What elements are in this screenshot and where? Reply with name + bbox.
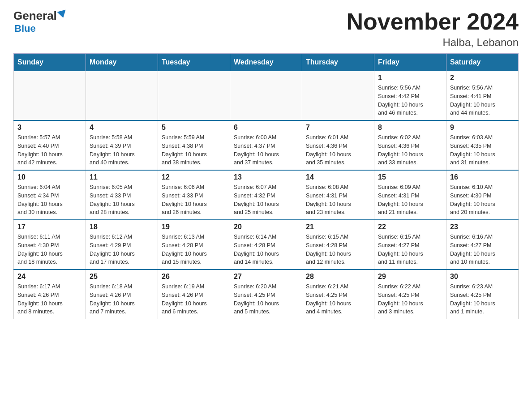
calendar-location: Halba, Lebanon: [347, 36, 519, 49]
table-row: 22Sunrise: 6:15 AM Sunset: 4:27 PM Dayli…: [374, 220, 446, 270]
table-row: 30Sunrise: 6:23 AM Sunset: 4:25 PM Dayli…: [446, 270, 519, 319]
day-number: 8: [378, 124, 442, 132]
logo-triangle-icon: [57, 9, 67, 19]
calendar-week-row: 17Sunrise: 6:11 AM Sunset: 4:30 PM Dayli…: [14, 220, 519, 270]
day-info: Sunrise: 6:02 AM Sunset: 4:36 PM Dayligh…: [378, 133, 442, 167]
table-row: 20Sunrise: 6:14 AM Sunset: 4:28 PM Dayli…: [230, 220, 302, 270]
day-info: Sunrise: 6:12 AM Sunset: 4:29 PM Dayligh…: [90, 233, 154, 266]
day-info: Sunrise: 6:05 AM Sunset: 4:33 PM Dayligh…: [90, 183, 154, 217]
day-number: 28: [306, 273, 370, 281]
day-info: Sunrise: 6:04 AM Sunset: 4:34 PM Dayligh…: [17, 183, 82, 217]
table-row: 14Sunrise: 6:08 AM Sunset: 4:31 PM Dayli…: [302, 170, 374, 220]
table-row: 18Sunrise: 6:12 AM Sunset: 4:29 PM Dayli…: [86, 220, 158, 270]
day-number: 15: [378, 173, 442, 181]
table-row: 24Sunrise: 6:17 AM Sunset: 4:26 PM Dayli…: [14, 270, 86, 319]
table-row: 6Sunrise: 6:00 AM Sunset: 4:37 PM Daylig…: [230, 120, 302, 170]
calendar-week-row: 3Sunrise: 5:57 AM Sunset: 4:40 PM Daylig…: [14, 120, 519, 170]
day-info: Sunrise: 6:15 AM Sunset: 4:28 PM Dayligh…: [306, 233, 370, 266]
day-info: Sunrise: 6:01 AM Sunset: 4:36 PM Dayligh…: [306, 133, 370, 167]
day-info: Sunrise: 6:21 AM Sunset: 4:25 PM Dayligh…: [306, 283, 370, 316]
day-number: 10: [17, 173, 82, 181]
table-row: 17Sunrise: 6:11 AM Sunset: 4:30 PM Dayli…: [14, 220, 86, 270]
table-row: 26Sunrise: 6:19 AM Sunset: 4:26 PM Dayli…: [158, 270, 230, 319]
day-number: 11: [90, 173, 154, 181]
col-saturday: Saturday: [446, 54, 519, 71]
logo-general: General: [13, 9, 57, 23]
table-row: [230, 71, 302, 121]
day-number: 14: [306, 173, 370, 181]
table-row: 25Sunrise: 6:18 AM Sunset: 4:26 PM Dayli…: [86, 270, 158, 319]
table-row: 23Sunrise: 6:16 AM Sunset: 4:27 PM Dayli…: [446, 220, 519, 270]
day-info: Sunrise: 6:15 AM Sunset: 4:27 PM Dayligh…: [378, 233, 442, 266]
logo-blue: Blue: [14, 23, 36, 34]
day-number: 23: [450, 223, 515, 231]
day-number: 20: [234, 223, 298, 231]
day-info: Sunrise: 6:20 AM Sunset: 4:25 PM Dayligh…: [234, 283, 298, 316]
calendar-title: November 2024: [347, 9, 519, 34]
table-row: 10Sunrise: 6:04 AM Sunset: 4:34 PM Dayli…: [14, 170, 86, 220]
day-info: Sunrise: 6:19 AM Sunset: 4:26 PM Dayligh…: [162, 283, 226, 316]
table-row: [86, 71, 158, 121]
table-row: 19Sunrise: 6:13 AM Sunset: 4:28 PM Dayli…: [158, 220, 230, 270]
calendar-week-row: 1Sunrise: 5:56 AM Sunset: 4:42 PM Daylig…: [14, 71, 519, 121]
table-row: 3Sunrise: 5:57 AM Sunset: 4:40 PM Daylig…: [14, 120, 86, 170]
day-number: 2: [450, 74, 515, 82]
day-number: 27: [234, 273, 298, 281]
day-info: Sunrise: 6:17 AM Sunset: 4:26 PM Dayligh…: [17, 283, 82, 316]
day-info: Sunrise: 6:23 AM Sunset: 4:25 PM Dayligh…: [450, 283, 515, 316]
day-number: 12: [162, 173, 226, 181]
day-info: Sunrise: 5:57 AM Sunset: 4:40 PM Dayligh…: [17, 133, 82, 167]
day-info: Sunrise: 6:06 AM Sunset: 4:33 PM Dayligh…: [162, 183, 226, 217]
day-number: 30: [450, 273, 515, 281]
day-info: Sunrise: 6:14 AM Sunset: 4:28 PM Dayligh…: [234, 233, 298, 266]
col-thursday: Thursday: [302, 54, 374, 71]
day-info: Sunrise: 6:13 AM Sunset: 4:28 PM Dayligh…: [162, 233, 226, 266]
table-row: 5Sunrise: 5:59 AM Sunset: 4:38 PM Daylig…: [158, 120, 230, 170]
day-info: Sunrise: 6:00 AM Sunset: 4:37 PM Dayligh…: [234, 133, 298, 167]
day-info: Sunrise: 6:18 AM Sunset: 4:26 PM Dayligh…: [90, 283, 154, 316]
table-row: 29Sunrise: 6:22 AM Sunset: 4:25 PM Dayli…: [374, 270, 446, 319]
day-info: Sunrise: 5:56 AM Sunset: 4:42 PM Dayligh…: [378, 84, 442, 117]
col-sunday: Sunday: [14, 54, 86, 71]
table-row: [14, 71, 86, 121]
day-info: Sunrise: 6:07 AM Sunset: 4:32 PM Dayligh…: [234, 183, 298, 217]
page-header: General Blue November 2024 Halba, Lebano…: [13, 9, 519, 49]
day-info: Sunrise: 5:58 AM Sunset: 4:39 PM Dayligh…: [90, 133, 154, 167]
table-row: 27Sunrise: 6:20 AM Sunset: 4:25 PM Dayli…: [230, 270, 302, 319]
logo: General Blue: [13, 9, 67, 34]
table-row: 2Sunrise: 5:56 AM Sunset: 4:41 PM Daylig…: [446, 71, 519, 121]
calendar-table: Sunday Monday Tuesday Wednesday Thursday…: [13, 53, 519, 319]
title-section: November 2024 Halba, Lebanon: [347, 9, 519, 49]
table-row: 13Sunrise: 6:07 AM Sunset: 4:32 PM Dayli…: [230, 170, 302, 220]
col-friday: Friday: [374, 54, 446, 71]
col-monday: Monday: [86, 54, 158, 71]
table-row: [302, 71, 374, 121]
table-row: 8Sunrise: 6:02 AM Sunset: 4:36 PM Daylig…: [374, 120, 446, 170]
table-row: 9Sunrise: 6:03 AM Sunset: 4:35 PM Daylig…: [446, 120, 519, 170]
table-row: 1Sunrise: 5:56 AM Sunset: 4:42 PM Daylig…: [374, 71, 446, 121]
day-info: Sunrise: 6:16 AM Sunset: 4:27 PM Dayligh…: [450, 233, 515, 266]
table-row: 21Sunrise: 6:15 AM Sunset: 4:28 PM Dayli…: [302, 220, 374, 270]
table-row: 16Sunrise: 6:10 AM Sunset: 4:30 PM Dayli…: [446, 170, 519, 220]
day-info: Sunrise: 6:22 AM Sunset: 4:25 PM Dayligh…: [378, 283, 442, 316]
day-number: 1: [378, 74, 442, 82]
day-number: 19: [162, 223, 226, 231]
table-row: 28Sunrise: 6:21 AM Sunset: 4:25 PM Dayli…: [302, 270, 374, 319]
col-tuesday: Tuesday: [158, 54, 230, 71]
day-number: 13: [234, 173, 298, 181]
day-number: 17: [17, 223, 82, 231]
day-number: 9: [450, 124, 515, 132]
calendar-week-row: 10Sunrise: 6:04 AM Sunset: 4:34 PM Dayli…: [14, 170, 519, 220]
table-row: 4Sunrise: 5:58 AM Sunset: 4:39 PM Daylig…: [86, 120, 158, 170]
day-number: 6: [234, 124, 298, 132]
day-number: 3: [17, 124, 82, 132]
day-info: Sunrise: 5:56 AM Sunset: 4:41 PM Dayligh…: [450, 84, 515, 117]
day-number: 22: [378, 223, 442, 231]
day-info: Sunrise: 6:11 AM Sunset: 4:30 PM Dayligh…: [17, 233, 82, 266]
day-number: 5: [162, 124, 226, 132]
day-number: 24: [17, 273, 82, 281]
table-row: 11Sunrise: 6:05 AM Sunset: 4:33 PM Dayli…: [86, 170, 158, 220]
day-number: 21: [306, 223, 370, 231]
col-wednesday: Wednesday: [230, 54, 302, 71]
table-row: 15Sunrise: 6:09 AM Sunset: 4:31 PM Dayli…: [374, 170, 446, 220]
